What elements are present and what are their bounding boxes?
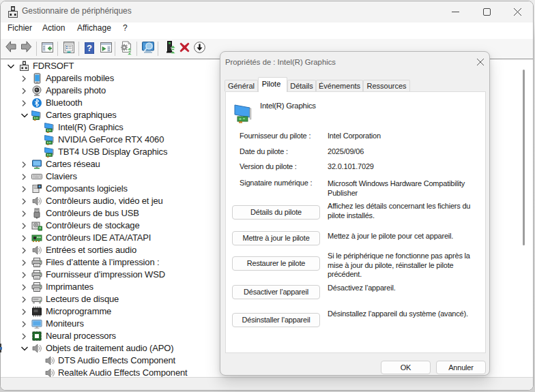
svg-text:?: ? (87, 43, 92, 53)
